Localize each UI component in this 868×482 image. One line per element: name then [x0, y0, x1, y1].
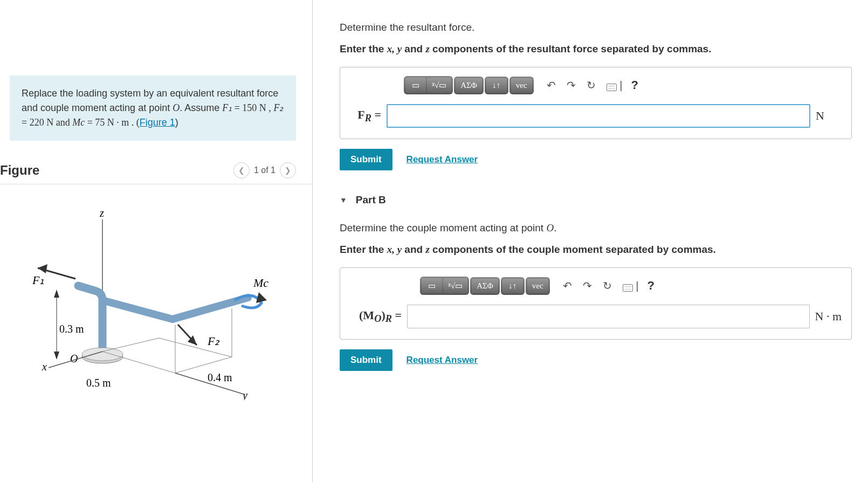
subscript-button[interactable]: ↓↑ — [486, 78, 507, 93]
figure-link[interactable]: Figure 1 — [140, 117, 175, 128]
keyboard-button-b[interactable]: :::: | — [617, 278, 644, 294]
help-icon-b[interactable]: ? — [647, 279, 654, 293]
svg-marker-16 — [256, 292, 267, 303]
greek-button-b[interactable]: ΑΣΦ — [472, 279, 498, 293]
dim-0-3m: 0.3 m — [59, 323, 84, 335]
svg-line-9 — [175, 357, 232, 373]
equation-toolbar-b: ▭ᵡ√▭ ΑΣΦ ↓↑ vec ↶ ↷ ↻ :::: | ? — [420, 277, 842, 295]
vector-button-b[interactable]: vec — [527, 279, 548, 293]
svg-marker-4 — [54, 290, 59, 298]
part-a-input[interactable] — [387, 104, 810, 128]
right-panel: Determine the resultant force. Enter the… — [313, 0, 868, 482]
figure-prev-button[interactable]: ❮ — [233, 162, 250, 178]
part-b-unit: N · m — [815, 309, 842, 323]
subscript-button-b[interactable]: ↓↑ — [502, 279, 523, 293]
svg-point-7 — [82, 348, 123, 361]
svg-line-10 — [159, 338, 232, 357]
part-b-title: Part B — [356, 194, 386, 206]
keyboard-button[interactable]: :::: | — [601, 77, 628, 94]
figure-nav: ❮ 1 of 1 ❯ — [233, 162, 296, 178]
tool-group-templates: ▭ ᵡ√▭ — [404, 76, 453, 94]
request-answer-link-b[interactable]: Request Answer — [407, 355, 478, 366]
vector-button[interactable]: vec — [511, 78, 532, 93]
part-b-instruction: Enter the x, y and z components of the c… — [340, 244, 852, 256]
svg-line-11 — [102, 338, 159, 352]
figure-title: Figure — [0, 163, 39, 178]
fr-label: FR = — [350, 108, 381, 124]
redo-button-b[interactable]: ↷ — [577, 277, 597, 294]
part-a-answer-row: FR = N — [350, 104, 842, 128]
undo-button[interactable]: ↶ — [541, 77, 561, 94]
part-b-prompt: Determine the couple moment acting at po… — [340, 222, 852, 234]
part-a-answer-box: ▭ ᵡ√▭ ΑΣΦ ↓↑ vec ↶ ↷ ↻ : — [340, 67, 852, 139]
templates-button-b[interactable]: ▭ — [422, 278, 442, 293]
reset-button[interactable]: ↻ — [581, 77, 601, 94]
problem-statement: Replace the loading system by an equival… — [10, 75, 296, 141]
axis-x-label: x — [42, 361, 47, 373]
request-answer-link-a[interactable]: Request Answer — [407, 154, 478, 165]
collapse-icon: ▼ — [340, 196, 347, 204]
moment-mc-label: Mc — [253, 276, 268, 290]
sqrt-button-b[interactable]: ᵡ√▭ — [443, 278, 467, 293]
svg-marker-2 — [38, 264, 47, 273]
point-O: O — [173, 102, 180, 113]
figure-header: Figure ❮ 1 of 1 ❯ — [0, 157, 312, 184]
axis-z-label: z — [99, 207, 104, 219]
help-icon[interactable]: ? — [631, 78, 638, 92]
force-f2-label: F₂ — [207, 334, 220, 348]
submit-button-a[interactable]: Submit — [340, 149, 392, 170]
figure-page: 1 of 1 — [254, 166, 275, 175]
left-panel: Replace the loading system by an equival… — [0, 0, 313, 482]
undo-button-b[interactable]: ↶ — [557, 277, 577, 294]
tool-group-vec: vec — [509, 77, 534, 94]
redo-button[interactable]: ↷ — [561, 77, 581, 94]
part-a-section: Determine the resultant force. Enter the… — [340, 22, 852, 170]
part-b-answer-box: ▭ᵡ√▭ ΑΣΦ ↓↑ vec ↶ ↷ ↻ :::: | ? (MO)R = N… — [340, 267, 852, 340]
submit-button-b[interactable]: Submit — [340, 349, 392, 371]
figure-diagram: z F₁ Mc 0.3 m O — [16, 195, 296, 402]
part-b-header[interactable]: ▼ Part B — [340, 194, 852, 206]
greek-button[interactable]: ΑΣΦ — [456, 78, 482, 93]
part-a-prompt: Determine the resultant force. — [340, 22, 852, 33]
templates-button[interactable]: ▭ — [405, 78, 426, 93]
svg-marker-5 — [54, 352, 59, 360]
part-b-answer-row: (MO)R = N · m — [350, 305, 842, 328]
part-b-section: Determine the couple moment acting at po… — [340, 222, 852, 371]
figure-next-button[interactable]: ❯ — [280, 162, 296, 178]
part-b-input[interactable] — [407, 305, 810, 328]
part-b-submit-row: Submit Request Answer — [340, 349, 852, 371]
tool-group-arrows: ↓↑ — [485, 77, 508, 94]
mo-label: (MO)R = — [350, 308, 402, 325]
equation-toolbar-a: ▭ ᵡ√▭ ΑΣΦ ↓↑ vec ↶ ↷ ↻ : — [404, 76, 842, 94]
origin-label: O — [70, 353, 78, 364]
dim-0-5m: 0.5 m — [86, 377, 111, 389]
sqrt-button[interactable]: ᵡ√▭ — [427, 78, 451, 93]
reset-button-b[interactable]: ↻ — [597, 277, 617, 294]
part-a-submit-row: Submit Request Answer — [340, 149, 852, 170]
tool-group-greek: ΑΣΦ — [454, 77, 484, 94]
dim-0-4m: 0.4 m — [208, 371, 232, 383]
part-a-unit: N — [816, 109, 842, 123]
part-a-instruction: Enter the x, y and z components of the r… — [340, 43, 852, 55]
force-f1-label: F₁ — [32, 273, 44, 287]
